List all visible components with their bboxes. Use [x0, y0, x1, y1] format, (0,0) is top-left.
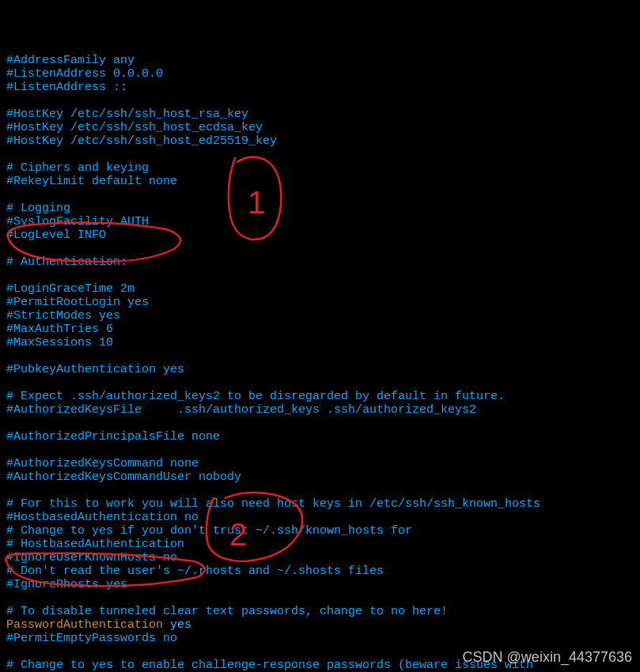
config-line: #ListenAddress ::: [6, 81, 634, 94]
config-line: [6, 148, 634, 161]
config-line: # Ciphers and keying: [6, 161, 634, 175]
config-line: # Don't read the user's ~/.rhosts and ~/…: [6, 564, 634, 578]
config-line: [6, 444, 634, 457]
config-line: #SyslogFacility AUTH: [6, 215, 634, 228]
config-line: #StrictModes yes: [6, 309, 634, 323]
config-line: # To disable tunneled clear text passwor…: [6, 605, 634, 618]
config-line: #ListenAddress 0.0.0.0: [6, 67, 634, 81]
config-line: #LogLevel INFO: [6, 228, 634, 242]
config-line: # Authentication:: [6, 255, 634, 269]
config-line: [6, 242, 634, 255]
config-line: #AddressFamily any: [6, 54, 634, 67]
config-line: #HostKey /etc/ssh/ssh_host_ed25519_key: [6, 134, 634, 148]
config-line: [6, 188, 634, 202]
config-line: #AuthorizedKeysCommand none: [6, 457, 634, 470]
config-line: [6, 94, 634, 108]
config-line: #RekeyLimit default none: [6, 175, 634, 188]
config-line: #AuthorizedPrincipalsFile none: [6, 430, 634, 444]
config-line: #HostKey /etc/ssh/ssh_host_rsa_key: [6, 108, 634, 121]
config-line: [6, 591, 634, 605]
passwordauth-value: yes: [170, 618, 191, 632]
config-line: #IgnoreUserKnownHosts no: [6, 551, 634, 564]
config-line: #AuthorizedKeysFile .ssh/authorized_keys…: [6, 403, 634, 417]
config-line: # HostbasedAuthentication: [6, 538, 634, 551]
config-line: [6, 269, 634, 282]
passwordauth-key: PasswordAuthentication: [6, 618, 163, 632]
config-line-passwordauth: PasswordAuthentication yes: [6, 618, 634, 632]
config-file-editor[interactable]: #AddressFamily any#ListenAddress 0.0.0.0…: [0, 54, 640, 672]
config-line: #MaxSessions 10: [6, 336, 634, 349]
config-line: #IgnoreRhosts yes: [6, 578, 634, 591]
config-line: #HostKey /etc/ssh/ssh_host_ecdsa_key: [6, 121, 634, 134]
config-line: [6, 417, 634, 430]
config-line: #AuthorizedKeysCommandUser nobody: [6, 470, 634, 484]
config-line: # Change to yes if you don't trust ~/.ss…: [6, 524, 634, 538]
config-line: #HostbasedAuthentication no: [6, 511, 634, 524]
config-line: # Expect .ssh/authorized_keys2 to be dis…: [6, 390, 634, 403]
config-line: #LoginGraceTime 2m: [6, 282, 634, 296]
config-line-permitrootlogin: #PermitRootLogin yes: [6, 296, 634, 309]
config-line: [6, 484, 634, 497]
config-line: #PubkeyAuthentication yes: [6, 363, 634, 376]
config-line: #PermitEmptyPasswords no: [6, 632, 634, 645]
config-line: [6, 349, 634, 363]
config-line: #MaxAuthTries 6: [6, 323, 634, 336]
config-line: # Logging: [6, 202, 634, 215]
watermark: CSDN @weixin_44377636: [463, 651, 632, 664]
config-line: # For this to work you will also need ho…: [6, 497, 634, 511]
config-line: [6, 376, 634, 390]
